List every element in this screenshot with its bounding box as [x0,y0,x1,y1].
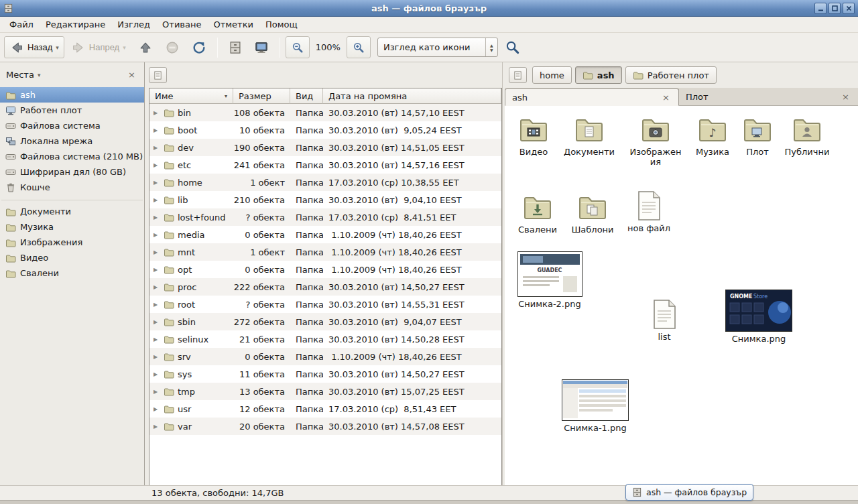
stop-button[interactable] [160,36,185,58]
table-row[interactable]: ▶dev190 обектаПапка30.03.2010 (вт) 14,51… [149,139,501,156]
icon-view-item[interactable]: Видео [507,113,560,157]
location-toggle-button[interactable] [509,67,527,83]
expander-icon[interactable]: ▶ [154,424,160,430]
table-row[interactable]: ▶srv0 обектаПапка 1.10.2009 (чт) 18,40,2… [149,348,501,365]
icon-view-item[interactable]: GNOMEStoreСнимка.png [723,290,794,344]
location-toggle-button[interactable] [149,67,167,83]
sidebar-item[interactable]: Свалени [0,265,144,281]
table-row[interactable]: ▶proc222 обектаПапка30.03.2010 (вт) 14,5… [149,278,501,296]
expander-icon[interactable]: ▶ [154,336,160,342]
sidebar-item[interactable]: Музика [0,219,144,235]
icon-view-item[interactable]: нов файл [623,190,674,233]
expander-icon[interactable]: ▶ [154,371,160,377]
sidebar-close-icon[interactable]: × [125,69,138,80]
icon-view-item[interactable]: Документи [563,113,615,157]
expander-icon[interactable]: ▶ [154,197,160,203]
places-selector[interactable]: Места [6,70,34,80]
menu-item[interactable]: Помощ [259,17,304,32]
icon-view[interactable]: ВидеоДокументиИзображения♪МузикаПлотПубл… [505,106,858,485]
breadcrumb-button[interactable]: home [532,66,572,84]
expander-icon[interactable]: ▶ [154,127,160,133]
expander-icon[interactable]: ▶ [154,389,160,395]
icon-view-item[interactable]: Публични [781,113,833,157]
sidebar-item[interactable]: Работен плот [0,103,144,118]
table-row[interactable]: ▶usr12 обектаПапка17.03.2010 (ср) 8,51,4… [149,400,501,418]
menu-item[interactable]: Отметки [207,17,259,32]
up-button[interactable] [133,36,158,58]
icon-view-item[interactable]: Шаблони [566,190,619,235]
table-row[interactable]: ▶opt0 обектаПапка 1.10.2009 (чт) 18,40,2… [149,261,501,278]
expander-icon[interactable]: ▶ [154,302,160,308]
search-button[interactable] [499,36,526,58]
sidebar-item[interactable]: Изображения [0,235,144,250]
expander-icon[interactable]: ▶ [154,214,160,220]
menu-item[interactable]: Изглед [111,17,156,32]
sidebar-item[interactable]: Файлова система [0,118,144,133]
table-row[interactable]: ▶etc241 обектаПапка30.03.2010 (вт) 14,57… [149,156,501,174]
sort-indicator-icon[interactable]: ▾ [225,93,227,99]
tab-1[interactable]: Плот× [679,88,858,105]
column-header[interactable]: Вид [290,88,323,104]
icon-view-item[interactable]: Снимка-1.png [560,379,631,433]
zoom-in-button[interactable] [347,36,371,58]
table-row[interactable]: ▶boot10 обектаПапка30.03.2010 (вт) 9,05,… [149,121,501,139]
taskbar-window-button[interactable]: ash — файлов браузър [625,484,753,501]
sidebar-item[interactable]: Документи [0,204,144,219]
table-row[interactable]: ▶home1 обектПапка17.03.2010 (ср) 10,38,5… [149,174,501,191]
back-button[interactable]: Назад ▾ [4,36,64,58]
minimize-button[interactable] [814,3,826,14]
expander-icon[interactable]: ▶ [154,267,160,273]
sidebar-item[interactable]: Видео [0,250,144,265]
expander-icon[interactable]: ▶ [154,354,160,360]
expander-icon[interactable]: ▶ [154,406,160,412]
sidebar-item[interactable]: Локална мрежа [0,133,144,149]
table-row[interactable]: ▶lost+found? обектаПапка17.03.2010 (ср) … [149,208,501,226]
breadcrumb-button[interactable]: Работен плот [625,66,717,84]
table-row[interactable]: ▶mnt1 обектПапка 1.10.2009 (чт) 18,40,26… [149,243,501,261]
sidebar-item[interactable]: ash [0,87,144,103]
menu-item[interactable]: Отиване [156,17,207,32]
view-mode-select[interactable]: Изглед като икони ▲▼ [377,38,498,57]
table-row[interactable]: ▶var20 обектаПапка30.03.2010 (вт) 14,57,… [149,418,501,435]
icon-view-item[interactable]: GUADECСнимка-2.png [516,251,583,309]
combo-spinner-icon[interactable]: ▲▼ [485,38,497,56]
table-row[interactable]: ▶root? обектаПапка30.03.2010 (вт) 14,55,… [149,296,501,313]
zoom-out-button[interactable] [286,36,310,58]
table-row[interactable]: ▶sys11 обектаПапка30.03.2010 (вт) 14,50,… [149,365,501,383]
home-button[interactable] [223,36,247,58]
expander-icon[interactable]: ▶ [154,145,160,151]
icon-view-item[interactable]: Свалени [511,190,564,235]
breadcrumb-button[interactable]: ash [575,66,622,84]
sidebar-item[interactable]: Файлова система (210 MB) [0,149,144,164]
column-header[interactable]: Дата на промяна [323,88,501,104]
column-header[interactable]: Име▾ [149,88,233,104]
table-row[interactable]: ▶media0 обектаПапка 1.10.2009 (чт) 18,40… [149,226,501,243]
sidebar-item[interactable]: Шифриран дял (80 GB) [0,164,144,180]
tab-close-icon[interactable]: × [660,92,672,103]
reload-button[interactable] [186,36,212,58]
sidebar-item[interactable]: Кошче [0,180,144,195]
table-row[interactable]: ▶sbin272 обектаПапка30.03.2010 (вт) 9,04… [149,313,501,330]
titlebar[interactable]: ash — файлов браузър [0,0,858,17]
expander-icon[interactable]: ▶ [154,162,160,168]
expander-icon[interactable]: ▶ [154,110,160,116]
icon-view-item[interactable]: ♪Музика [687,113,738,157]
expander-icon[interactable]: ▶ [154,319,160,325]
column-header[interactable]: Размер [233,88,290,104]
table-row[interactable]: ▶selinux21 обектаПапка30.03.2010 (вт) 14… [149,330,501,348]
expander-icon[interactable]: ▶ [154,284,160,290]
tab-close-icon[interactable]: × [840,92,851,102]
close-button[interactable] [843,3,855,14]
icon-view-item[interactable]: Изображения [629,113,682,167]
icon-view-item[interactable]: Плот [732,113,783,157]
menu-item[interactable]: Файл [3,17,40,32]
computer-button[interactable] [249,36,274,58]
chevron-down-icon[interactable]: ▾ [56,44,59,51]
expander-icon[interactable]: ▶ [154,180,160,186]
table-row[interactable]: ▶bin108 обектаПапка30.03.2010 (вт) 14,57… [149,104,501,121]
table-row[interactable]: ▶lib210 обектаПапка30.03.2010 (вт) 9,04,… [149,191,501,208]
expander-icon[interactable]: ▶ [154,232,160,238]
menu-item[interactable]: Редактиране [40,17,111,32]
forward-button[interactable]: Напред ▾ [66,36,131,58]
tab-0[interactable]: ash× [505,88,679,106]
